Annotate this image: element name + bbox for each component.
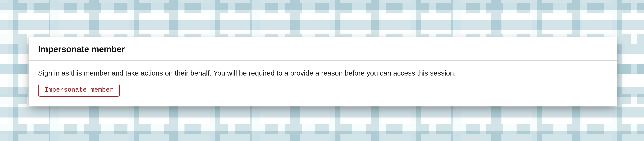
panel-title: Impersonate member — [38, 44, 608, 54]
impersonate-panel: Impersonate member Sign in as this membe… — [28, 36, 617, 106]
impersonate-panel-wrapper: Impersonate member Sign in as this membe… — [28, 36, 617, 106]
panel-header: Impersonate member — [29, 37, 617, 61]
impersonate-member-button[interactable]: Impersonate member — [38, 84, 120, 97]
impersonate-description: Sign in as this member and take actions … — [38, 68, 608, 78]
panel-body: Sign in as this member and take actions … — [29, 61, 617, 106]
